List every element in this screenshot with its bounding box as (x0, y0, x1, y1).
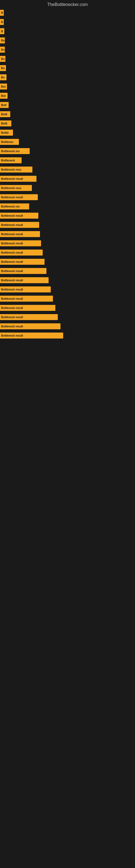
bar-label: Bottleneck resu (0, 166, 32, 173)
bar-label: Bottleneck result (0, 323, 60, 329)
bar-row: Bottleneck result (0, 239, 135, 248)
bar-label: B (0, 19, 4, 25)
bar-row: Bo (0, 45, 135, 54)
bar-label: Bot (0, 84, 7, 90)
bar-label: Bottle (0, 130, 13, 135)
site-title: TheBottlenecker.com (0, 0, 135, 8)
bar-label: Bottleneck result (0, 222, 39, 228)
bar-row: Bottleneck result (0, 303, 135, 312)
bar-row: Bottleneck result (0, 229, 135, 239)
bar-label: Bo (0, 74, 6, 80)
bar-label: Bottl (0, 111, 10, 117)
bar-label: Bottleneck result (0, 259, 45, 265)
bar-row: Bottleneck resu (0, 183, 135, 193)
bar-row: Bottl (0, 119, 135, 128)
bar-row: Bottleneck res (0, 202, 135, 211)
bar-label: Bottl (0, 120, 11, 126)
bar-label: Bottleneck result (0, 286, 51, 292)
bar-label: Bottleneck result (0, 231, 40, 237)
bar-row: Bottleneck result (0, 312, 135, 322)
bar-row: Bot (0, 82, 135, 91)
bar-label: Bottleneck result (0, 268, 46, 274)
bar-row: Bottleneck result (0, 211, 135, 220)
bar-label: Bottleneck result (0, 296, 53, 302)
bar-label: Bottleneck res (0, 148, 30, 154)
bar-row: Bottleneck result (0, 331, 135, 340)
bar-row: Bott (0, 100, 135, 110)
bar-row: Bottleneck result (0, 248, 135, 257)
bar-label: Bottleneck result (0, 213, 38, 219)
bar-label: Bott (0, 102, 9, 108)
bar-label: Bottlenec (0, 139, 19, 145)
bar-label: Bot (0, 93, 8, 99)
bar-row: Bottleneck result (0, 257, 135, 267)
bar-row: Bottleneck res (0, 147, 135, 156)
bars-container: BBBBoBoBoBoBoBotBotBottBottlBottlBottleB… (0, 8, 135, 340)
bar-row: Bottleneck result (0, 294, 135, 303)
bar-row: Bottlenec (0, 137, 135, 147)
bar-row: Bottl (0, 110, 135, 119)
bar-row: Bottleneck resu (0, 165, 135, 174)
bar-row: B (0, 27, 135, 36)
bar-label: Bottleneck res (0, 204, 29, 209)
bar-label: Bo (0, 65, 6, 71)
bar-row: Bottleneck result (0, 193, 135, 202)
bar-label: Bottleneck result (0, 250, 43, 255)
bar-row: Bottle (0, 128, 135, 137)
bar-label: Bo (0, 56, 5, 62)
bar-label: B (0, 28, 4, 34)
bar-row: Bo (0, 63, 135, 73)
bar-label: Bo (0, 37, 5, 43)
bar-row: Bot (0, 91, 135, 100)
bar-row: Bottleneck result (0, 174, 135, 183)
bar-row: Bottleneck (0, 156, 135, 165)
bar-label: Bottleneck result (0, 314, 58, 320)
bar-row: Bo (0, 36, 135, 45)
bar-label: Bottleneck result (0, 277, 49, 283)
bar-label: Bottleneck result (0, 333, 63, 339)
bar-label: Bo (0, 46, 5, 53)
bar-label: Bottleneck resu (0, 185, 32, 191)
bar-row: Bottleneck result (0, 267, 135, 276)
bar-label: Bottleneck result (0, 194, 38, 200)
bar-row: Bo (0, 73, 135, 82)
bar-row: Bottleneck result (0, 285, 135, 294)
bar-label: Bottleneck (0, 157, 21, 163)
bar-row: B (0, 18, 135, 27)
bar-row: Bo (0, 54, 135, 63)
bar-label: B (0, 10, 4, 16)
bar-label: Bottleneck result (0, 176, 37, 182)
bar-row: B (0, 8, 135, 18)
bar-label: Bottleneck result (0, 240, 41, 246)
bar-label: Bottleneck result (0, 305, 55, 311)
bar-row: Bottleneck result (0, 276, 135, 285)
bar-row: Bottleneck result (0, 220, 135, 229)
bar-row: Bottleneck result (0, 322, 135, 331)
